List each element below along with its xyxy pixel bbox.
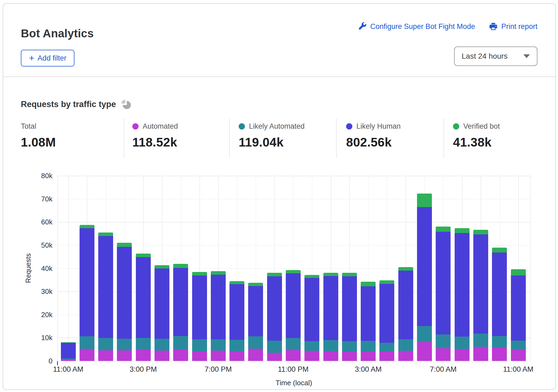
- bar-segment-likely-automated: [417, 326, 432, 342]
- x-tick-label: 3:00 PM: [130, 365, 157, 374]
- stat-value: 118.52k: [132, 135, 178, 150]
- bar-segment-likely-automated: [323, 340, 338, 351]
- time-range-select[interactable]: Last 24 hours: [454, 46, 537, 66]
- bar-5-00-pm: [173, 264, 188, 361]
- stat-divider: [229, 118, 230, 158]
- section-title-row: Requests by traffic type: [21, 99, 132, 110]
- bar-1-00-am: [323, 273, 338, 361]
- bar-10-00-am: [492, 248, 507, 361]
- print-report-link[interactable]: Print report: [489, 22, 537, 31]
- y-tick-label: 10k: [28, 334, 52, 342]
- bar-segment-likely-automated: [155, 339, 169, 351]
- wrench-icon: [358, 22, 367, 31]
- gridline-vertical: [68, 176, 69, 361]
- bar-segment-likely-automated: [173, 336, 188, 350]
- bar-4-00-pm: [155, 265, 169, 361]
- page-title: Bot Analytics: [21, 27, 94, 40]
- bar-segment-likely-automated: [436, 334, 451, 348]
- bar-segment-likely-automated: [304, 341, 319, 351]
- legend-dot-likely-human: [346, 123, 352, 129]
- stat-value: 802.56k: [346, 135, 401, 150]
- bar-segment-likely-human: [304, 278, 319, 341]
- stat-automated: Automated118.52k: [132, 122, 178, 150]
- y-tick-label: 70k: [28, 195, 52, 203]
- bar-segment-likely-automated: [192, 339, 207, 351]
- stat-value: 119.04k: [239, 135, 305, 150]
- x-tick-label: 11:00 PM: [278, 365, 309, 374]
- add-filter-button[interactable]: + Add filter: [21, 50, 74, 67]
- bar-segment-automated: [117, 350, 132, 361]
- bar-segment-likely-automated: [361, 341, 376, 351]
- bar-5-00-am: [398, 267, 413, 361]
- x-tick-label: 11:00 AM: [503, 365, 533, 374]
- x-tick-label: 7:00 PM: [205, 365, 232, 374]
- bar-segment-verified-bot: [361, 282, 376, 286]
- bar-segment-likely-human: [80, 228, 94, 336]
- bar-segment-verified-bot: [267, 273, 282, 276]
- legend-dot-verified-bot: [453, 123, 459, 129]
- bar-segment-likely-human: [229, 284, 244, 340]
- stat-divider: [336, 118, 337, 158]
- x-tick-label: 7:00 AM: [430, 365, 457, 374]
- bar-2-00-am: [342, 273, 357, 361]
- bar-segment-verified-bot: [417, 194, 432, 207]
- bar-segment-verified-bot: [117, 243, 132, 247]
- gridline-horizontal: [57, 361, 530, 361]
- bar-segment-automated: [492, 348, 507, 361]
- bar-segment-verified-bot: [398, 267, 413, 271]
- bar-segment-likely-human: [173, 268, 188, 336]
- bar-segment-automated: [248, 349, 263, 361]
- x-tick-label: 3:00 AM: [355, 365, 382, 374]
- y-tick-label: 80k: [28, 172, 52, 180]
- bar-segment-likely-automated: [136, 338, 151, 350]
- x-axis-title: Time (local): [276, 379, 312, 387]
- stat-value: 1.08M: [21, 135, 56, 150]
- stat-label: Verified bot: [463, 122, 500, 131]
- bar-segment-likely-automated: [248, 336, 263, 348]
- bar-12-00-am: [304, 275, 319, 361]
- pie-chart-icon: [121, 99, 132, 110]
- bar-segment-automated: [379, 351, 394, 361]
- bar-segment-verified-bot: [155, 265, 169, 269]
- bar-segment-automated: [473, 347, 488, 361]
- bar-segment-verified-bot: [492, 248, 507, 253]
- gridline-horizontal: [57, 222, 530, 222]
- bar-segment-verified-bot: [98, 232, 113, 236]
- bar-segment-automated: [211, 351, 226, 361]
- bar-segment-likely-human: [61, 343, 76, 358]
- bar-segment-verified-bot: [229, 281, 244, 284]
- x-tick-label: 11:00 AM: [53, 365, 83, 374]
- bar-3-00-pm: [136, 254, 151, 361]
- stat-value: 41.38k: [453, 135, 500, 150]
- bot-analytics-card: Bot Analytics Configure Super Bot Fight …: [3, 3, 556, 390]
- print-link-label: Print report: [501, 22, 537, 31]
- bar-segment-likely-human: [136, 257, 151, 338]
- bar-9-00-am: [473, 230, 488, 361]
- bar-segment-automated: [267, 353, 282, 361]
- gridline-horizontal: [57, 199, 530, 200]
- configure-super-bot-fight-mode-link[interactable]: Configure Super Bot Fight Mode: [358, 22, 475, 31]
- bar-segment-likely-automated: [286, 338, 301, 350]
- bar-segment-verified-bot: [173, 264, 188, 268]
- bar-8-00-pm: [229, 281, 244, 361]
- bar-segment-verified-bot: [286, 270, 301, 274]
- bar-segment-likely-human: [417, 207, 432, 326]
- bar-segment-verified-bot: [192, 272, 207, 275]
- bar-segment-likely-automated: [211, 339, 226, 351]
- stat-total: Total1.08M: [21, 122, 56, 150]
- bar-segment-likely-human: [511, 275, 526, 341]
- bar-segment-likely-automated: [98, 338, 113, 350]
- gridline-vertical: [530, 176, 531, 361]
- header-divider: [3, 77, 555, 77]
- bar-segment-automated: [80, 349, 94, 361]
- bar-segment-automated: [361, 351, 376, 361]
- y-tick-label: 60k: [28, 218, 52, 226]
- bar-segment-likely-human: [248, 286, 263, 337]
- bar-segment-verified-bot: [211, 271, 226, 275]
- bar-segment-likely-automated: [398, 339, 413, 351]
- x-axis-origin-tick: [57, 361, 58, 365]
- configure-link-label: Configure Super Bot Fight Mode: [370, 22, 475, 31]
- bar-1-00-pm: [98, 232, 113, 361]
- stats-row: Total1.08MAutomated118.52kLikely Automat…: [3, 117, 555, 161]
- bar-3-00-am: [361, 282, 376, 361]
